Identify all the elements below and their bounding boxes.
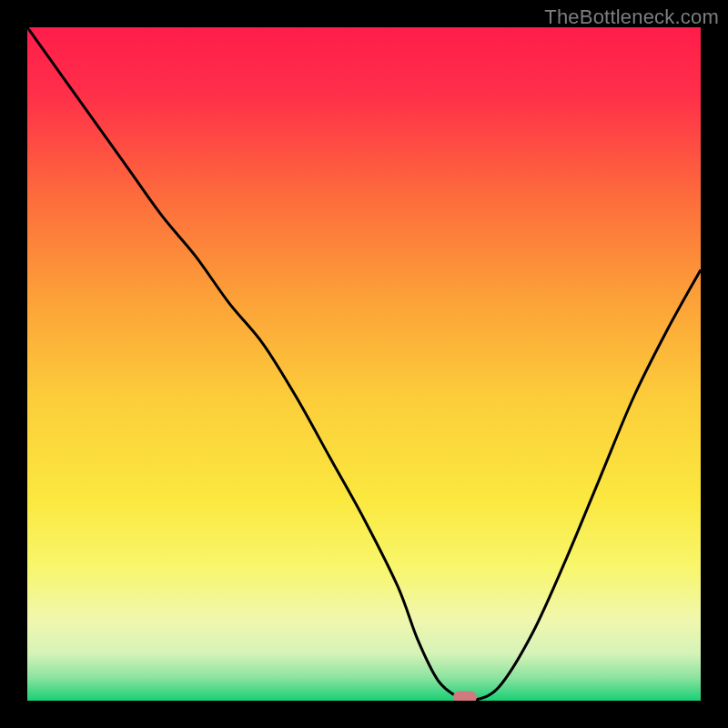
chart-svg [27,27,701,701]
chart-container: TheBottleneck.com [0,0,728,728]
optimal-point-marker [453,692,477,702]
plot-area [27,27,701,701]
gradient-background [27,27,701,701]
attribution-watermark: TheBottleneck.com [544,5,719,29]
